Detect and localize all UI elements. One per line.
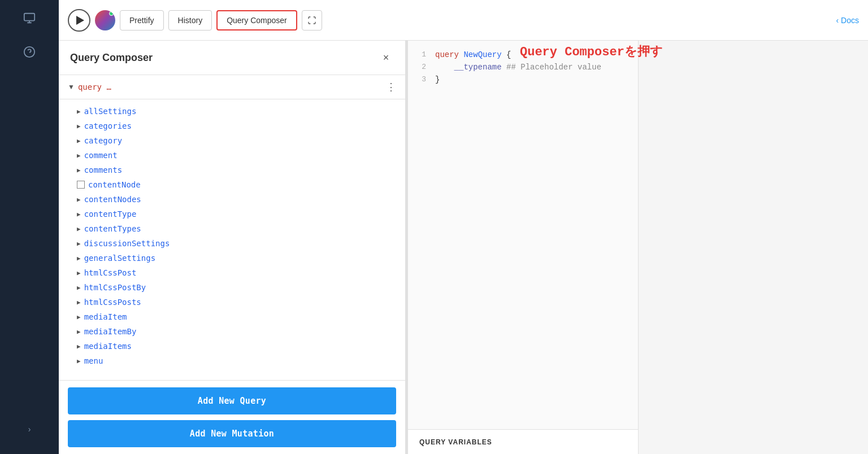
code-line: 3} <box>408 75 638 87</box>
list-item[interactable]: ▶category <box>59 133 405 148</box>
field-label: htmlCssPostBy <box>84 283 146 292</box>
line-number: 2 <box>408 63 435 71</box>
add-new-mutation-button[interactable]: Add New Mutation <box>68 420 396 447</box>
sidebar: › <box>0 0 59 454</box>
collapse-arrow[interactable]: › <box>24 420 36 438</box>
list-item[interactable]: ▶mediaItems <box>59 339 405 353</box>
field-label: contentNodes <box>84 195 141 204</box>
play-icon <box>76 16 84 25</box>
query-variables-bar[interactable]: QUERY VARIABLES <box>408 429 638 454</box>
list-item[interactable]: ▶htmlCssPosts <box>59 295 405 309</box>
list-item[interactable]: ▶menu <box>59 353 405 368</box>
field-label: categories <box>84 121 132 130</box>
arrow-icon: ▶ <box>77 343 81 350</box>
field-label: mediaItems <box>84 342 132 351</box>
chevron-left-icon: ‹ <box>836 16 839 25</box>
list-item[interactable]: ▶mediaItem <box>59 309 405 324</box>
field-label: contentType <box>84 209 137 219</box>
field-label: mediaItemBy <box>84 327 137 336</box>
line-content: __typename ## Placeholder value <box>435 63 638 72</box>
arrow-icon: ▶ <box>77 167 81 174</box>
add-new-query-button[interactable]: Add New Query <box>68 387 396 414</box>
list-item[interactable]: ▶allSettings <box>59 104 405 119</box>
arrow-icon: ▶ <box>77 328 81 335</box>
field-label: generalSettings <box>84 254 155 263</box>
field-label: comment <box>84 151 118 160</box>
screen-icon[interactable] <box>18 7 41 29</box>
toolbar: Prettify History Query Composer ‹ Docs <box>59 0 868 41</box>
field-label: category <box>84 136 122 145</box>
query-composer-button[interactable]: Query Composer <box>216 10 297 30</box>
field-checkbox[interactable] <box>77 181 85 189</box>
editor-area: 1query NewQuery {2 __typename ## Placeho… <box>408 41 638 454</box>
query-section-header[interactable]: ▼ query … ⋮ <box>59 75 405 99</box>
line-content: } <box>435 75 638 84</box>
field-label: htmlCssPost <box>84 268 137 277</box>
query-menu-button[interactable]: ⋮ <box>386 82 396 92</box>
docs-link[interactable]: ‹ Docs <box>836 16 859 25</box>
field-label: menu <box>84 356 103 365</box>
chevron-down-icon: ▼ <box>68 83 75 91</box>
field-label: contentTypes <box>84 224 141 233</box>
right-panel <box>638 41 869 454</box>
list-item[interactable]: ▶htmlCssPost <box>59 265 405 280</box>
arrow-icon: ▶ <box>77 196 81 203</box>
arrow-icon: ▶ <box>77 137 81 145</box>
prettify-button[interactable]: Prettify <box>120 10 164 30</box>
code-editor[interactable]: 1query NewQuery {2 __typename ## Placeho… <box>408 41 638 429</box>
list-item[interactable]: ▶categories <box>59 119 405 133</box>
help-icon[interactable] <box>18 41 41 63</box>
arrow-icon: ▶ <box>77 255 81 262</box>
line-number: 1 <box>408 50 435 59</box>
list-item[interactable]: ▶htmlCssPostBy <box>59 280 405 295</box>
field-label: contentNode <box>88 180 141 189</box>
online-dot <box>109 11 114 16</box>
field-label: htmlCssPosts <box>84 298 141 307</box>
field-label: mediaItem <box>84 312 127 321</box>
query-variables-label: QUERY VARIABLES <box>419 438 492 446</box>
list-item[interactable]: ▶contentNodes <box>59 192 405 207</box>
field-label: comments <box>84 165 122 174</box>
fields-list: ▶allSettings▶categories▶category▶comment… <box>59 99 405 380</box>
query-list-container: ▼ query … ⋮ ▶allSettings▶categories▶cate… <box>59 75 405 380</box>
svg-rect-0 <box>24 14 34 21</box>
list-item[interactable]: ▶mediaItemBy <box>59 324 405 339</box>
field-label: discussionSettings <box>84 239 170 248</box>
arrow-icon: ▶ <box>77 313 81 321</box>
arrow-icon: ▶ <box>77 299 81 306</box>
query-name: query … <box>78 82 111 91</box>
history-button[interactable]: History <box>168 10 212 30</box>
list-item[interactable]: ▶discussionSettings <box>59 236 405 251</box>
list-item[interactable]: ▶generalSettings <box>59 251 405 265</box>
arrow-icon: ▶ <box>77 123 81 130</box>
main-container: Prettify History Query Composer ‹ Docs Q… <box>59 0 868 454</box>
list-item[interactable]: ▶comment <box>59 148 405 163</box>
arrow-icon: ▶ <box>77 240 81 247</box>
arrow-icon: ▶ <box>77 108 81 115</box>
list-item[interactable]: ▶comments <box>59 163 405 177</box>
avatar <box>95 10 115 30</box>
line-number: 3 <box>408 75 435 84</box>
sidebar-bottom: › <box>24 420 36 447</box>
list-item[interactable]: ▶contentTypes <box>59 221 405 236</box>
field-label: allSettings <box>84 107 137 116</box>
arrow-icon: ▶ <box>77 284 81 291</box>
composer-buttons: Add New Query Add New Mutation <box>59 380 405 454</box>
composer-panel: Query Composer × ▼ query … ⋮ ▶allSetting… <box>59 41 406 454</box>
list-item[interactable]: ▶contentType <box>59 207 405 221</box>
code-line: 1query NewQuery { <box>408 50 638 62</box>
arrow-icon: ▶ <box>77 152 81 159</box>
fullscreen-button[interactable] <box>302 10 322 30</box>
composer-title: Query Composer <box>70 52 153 64</box>
arrow-icon: ▶ <box>77 357 81 365</box>
list-item[interactable]: contentNode <box>59 177 405 192</box>
arrow-icon: ▶ <box>77 211 81 218</box>
code-line: 2 __typename ## Placeholder value <box>408 62 638 75</box>
content-area: Query Composer × ▼ query … ⋮ ▶allSetting… <box>59 41 868 454</box>
run-button[interactable] <box>68 9 90 32</box>
close-button[interactable]: × <box>378 50 394 66</box>
arrow-icon: ▶ <box>77 269 81 277</box>
composer-header: Query Composer × <box>59 41 405 75</box>
line-content: query NewQuery { <box>435 50 638 59</box>
arrow-icon: ▶ <box>77 225 81 233</box>
